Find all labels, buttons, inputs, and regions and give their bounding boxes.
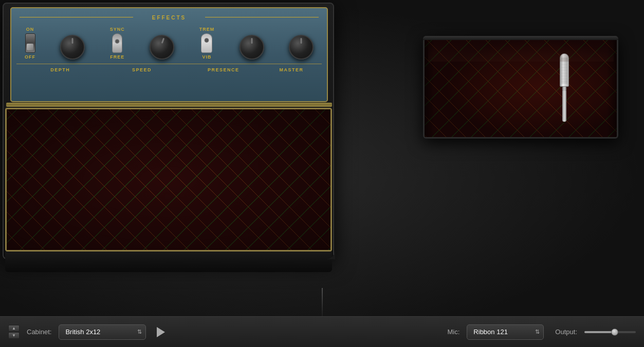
cabinet-top-shadow <box>423 36 618 40</box>
speaker-grille <box>5 108 332 252</box>
mic-select-wrapper[interactable]: Ribbon 121 Condenser 87 Dynamic 57 Dynam… <box>467 324 544 340</box>
svg-rect-15 <box>7 109 330 250</box>
effects-label: EFFECTS <box>150 15 189 21</box>
mic-position-line <box>322 288 322 316</box>
off-label: OFF <box>25 54 35 60</box>
cabinet-reflection <box>428 41 614 62</box>
play-icon <box>157 327 165 337</box>
sync-label: SYNC <box>110 27 125 32</box>
output-slider-wrapper <box>584 331 636 333</box>
master-bottom-label: MASTER <box>264 67 319 72</box>
cabinet-select-wrapper[interactable]: British 2x12 American 4x12 British 4x12 … <box>59 324 146 340</box>
effects-header: EFFECTS <box>20 12 319 22</box>
sync-toggle[interactable] <box>112 33 122 53</box>
grille-pattern-svg <box>7 109 330 250</box>
trem-control: TREM VIB <box>199 27 215 60</box>
on-label: ON <box>26 27 34 32</box>
speed-knob[interactable] <box>150 35 174 60</box>
amp-unit: EFFECTS ON OFF <box>0 0 339 277</box>
cabinet-select[interactable]: British 2x12 American 4x12 British 4x12 … <box>59 324 146 340</box>
master-knob[interactable] <box>289 35 314 60</box>
mic-neck <box>562 87 566 91</box>
depth-control <box>60 35 85 60</box>
controls-row: ON OFF SYNC <box>20 25 319 62</box>
output-slider[interactable] <box>584 331 636 333</box>
amp-bottom-ledge <box>5 252 332 272</box>
master-control <box>289 35 314 60</box>
app-container: EFFECTS ON OFF <box>0 0 644 347</box>
presence-bottom-label: PRESENCE <box>182 67 264 72</box>
effects-line-right <box>205 17 319 17</box>
free-label: FREE <box>110 54 124 60</box>
mic-body <box>562 91 566 122</box>
mic-label: Mic: <box>448 328 460 336</box>
on-off-control: ON OFF <box>25 27 35 60</box>
mic-select[interactable]: Ribbon 121 Condenser 87 Dynamic 57 Dynam… <box>467 324 544 340</box>
depth-bottom-label: DEPTH <box>20 67 101 72</box>
effects-line-left <box>20 17 133 17</box>
output-label: Output: <box>555 328 577 336</box>
preset-up-button[interactable]: ▲ <box>8 325 20 332</box>
vib-label: VIB <box>202 54 211 60</box>
amp-corner-bottom-right <box>326 250 335 259</box>
speed-bottom-label: SPEED <box>101 67 183 72</box>
preset-down-button[interactable]: ▼ <box>8 332 20 339</box>
preset-nav: ▲ ▼ <box>8 325 20 339</box>
play-button[interactable] <box>153 324 169 340</box>
presence-knob[interactable] <box>240 35 264 60</box>
effects-panel: EFFECTS ON OFF <box>10 7 328 102</box>
main-area: EFFECTS ON OFF <box>0 0 644 316</box>
trem-label: TREM <box>199 27 215 32</box>
presence-control <box>240 35 264 60</box>
sync-control: SYNC FREE <box>110 27 125 60</box>
control-bar: ▲ ▼ Cabinet: British 2x12 American 4x12 … <box>0 316 644 347</box>
depth-knob[interactable] <box>60 35 85 60</box>
bottom-labels-row: DEPTH SPEED PRESENCE MASTER <box>16 64 322 72</box>
gold-strip <box>6 103 332 107</box>
on-off-toggle[interactable] <box>25 33 35 53</box>
cabinet-label: Cabinet: <box>27 328 51 336</box>
trem-toggle[interactable] <box>201 33 212 53</box>
amp-corner-bottom-left <box>0 246 31 277</box>
cabinet-unit <box>423 36 618 62</box>
speed-control <box>150 35 174 60</box>
